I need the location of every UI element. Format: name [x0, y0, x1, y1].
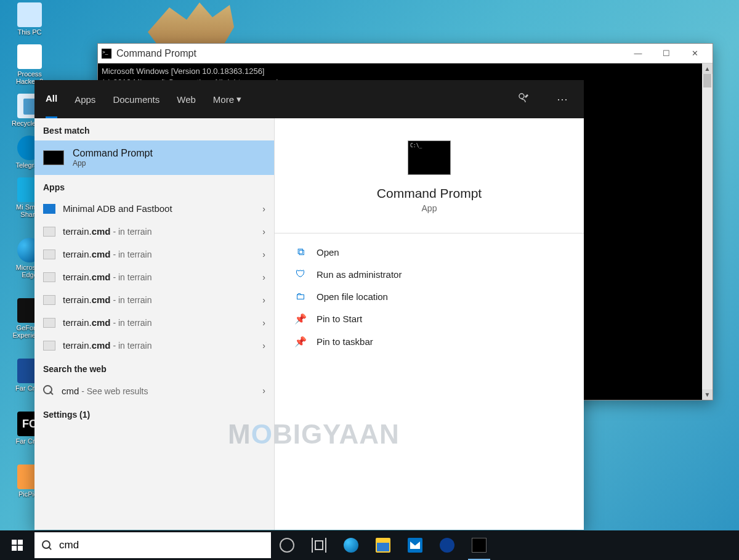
- app-icon: [440, 538, 454, 553]
- cmd-window-title: Command Prompt: [116, 48, 196, 59]
- section-apps: Apps: [34, 175, 274, 197]
- tab-documents[interactable]: Documents: [113, 80, 160, 118]
- app-icon: [43, 204, 55, 214]
- section-best-match: Best match: [34, 118, 274, 140]
- result-label: cmd - See web results: [62, 386, 148, 396]
- section-settings[interactable]: Settings (1): [34, 402, 274, 424]
- taskbar-app-file-explorer[interactable]: [367, 530, 399, 560]
- desktop-icon-this-pc[interactable]: This PC: [5, 2, 54, 36]
- search-icon: [42, 540, 52, 550]
- file-explorer-icon: [376, 538, 390, 553]
- result-app-adb[interactable]: Minimal ADB and Fastboot ›: [34, 197, 274, 220]
- action-label: Open: [317, 247, 339, 258]
- minimize-button[interactable]: —: [624, 44, 652, 63]
- best-match-result[interactable]: Command Prompt App: [34, 140, 274, 175]
- result-label: terrain.cmd - in terrain: [63, 272, 151, 282]
- file-icon: [43, 227, 55, 237]
- result-label: terrain.cmd - in terrain: [63, 340, 151, 351]
- taskbar-search-box[interactable]: [34, 532, 271, 558]
- action-run-as-administrator[interactable]: 🛡 Run as administrator: [289, 263, 569, 285]
- chevron-right-icon: ›: [262, 386, 265, 396]
- mail-icon: [408, 538, 422, 553]
- file-icon: [43, 272, 55, 282]
- action-pin-to-taskbar[interactable]: 📌 Pin to taskbar: [289, 330, 569, 353]
- tab-all[interactable]: All: [46, 80, 57, 118]
- chevron-right-icon: ›: [262, 295, 265, 305]
- result-file-terrain-cmd[interactable]: terrain.cmd - in terrain ›: [34, 334, 274, 357]
- chevron-right-icon: ›: [262, 318, 265, 328]
- chevron-right-icon: ›: [262, 272, 265, 282]
- tab-more[interactable]: More ▾: [213, 94, 241, 105]
- result-file-terrain-cmd[interactable]: terrain.cmd - in terrain ›: [34, 266, 274, 288]
- tab-web[interactable]: Web: [177, 80, 196, 118]
- start-button[interactable]: [0, 530, 34, 560]
- tab-more-label: More: [213, 94, 234, 105]
- action-label: Pin to taskbar: [317, 336, 373, 347]
- svg-rect-1: [12, 540, 17, 545]
- section-search-web: Search the web: [34, 357, 274, 379]
- search-filter-tabs: All Apps Documents Web More ▾ ⋯: [34, 80, 584, 118]
- cmd-titlebar[interactable]: Command Prompt — ☐ ✕: [98, 44, 713, 63]
- search-results-list: Best match Command Prompt App Apps Minim…: [34, 118, 275, 530]
- search-icon: [43, 385, 54, 396]
- result-file-terrain-cmd[interactable]: terrain.cmd - in terrain ›: [34, 220, 274, 243]
- scroll-up-icon[interactable]: [702, 63, 713, 74]
- feedback-icon[interactable]: [512, 92, 535, 107]
- chevron-down-icon: ▾: [236, 94, 241, 105]
- task-view-button[interactable]: [303, 530, 335, 560]
- cmd-window-icon: [102, 49, 111, 59]
- taskbar-app-generic[interactable]: [431, 530, 463, 560]
- result-web-cmd[interactable]: cmd - See web results ›: [34, 379, 274, 402]
- divider: [275, 233, 584, 233]
- file-icon: [43, 318, 55, 328]
- result-label: Minimal ADB and Fastboot: [63, 203, 172, 214]
- start-search-panel: All Apps Documents Web More ▾ ⋯ Best mat…: [34, 80, 584, 530]
- svg-rect-4: [18, 546, 23, 551]
- pin-icon: 📌: [294, 336, 307, 347]
- action-label: Open file location: [317, 291, 388, 302]
- result-file-terrain-cmd[interactable]: terrain.cmd - in terrain ›: [34, 311, 274, 334]
- cortana-icon: [280, 538, 294, 553]
- terminal-icon: [472, 538, 487, 553]
- taskbar-app-command-prompt[interactable]: [463, 530, 495, 560]
- taskbar-app-mail[interactable]: [399, 530, 431, 560]
- preview-title: Command Prompt: [377, 186, 482, 201]
- file-icon: [43, 250, 55, 259]
- chevron-right-icon: ›: [262, 227, 265, 237]
- result-label: terrain.cmd - in terrain: [63, 317, 151, 328]
- result-label: terrain.cmd - in terrain: [63, 249, 151, 259]
- cmd-line: Microsoft Windows [Version 10.0.18363.12…: [102, 66, 709, 77]
- search-preview-pane: Command Prompt App ⧉ Open 🛡 Run as admin…: [275, 118, 584, 530]
- tab-apps[interactable]: Apps: [75, 80, 95, 118]
- action-pin-to-start[interactable]: 📌 Pin to Start: [289, 307, 569, 330]
- best-match-title: Command Prompt: [73, 148, 153, 159]
- file-icon: [43, 341, 55, 351]
- taskbar: [0, 530, 739, 560]
- chevron-right-icon: ›: [262, 250, 265, 259]
- chevron-right-icon: ›: [262, 204, 265, 214]
- action-label: Pin to Start: [317, 314, 362, 324]
- svg-rect-2: [18, 540, 23, 545]
- preview-actions: ⧉ Open 🛡 Run as administrator 🗀 Open fil…: [275, 238, 584, 355]
- result-file-terrain-cmd[interactable]: terrain.cmd - in terrain ›: [34, 243, 274, 266]
- result-file-terrain-cmd[interactable]: terrain.cmd - in terrain ›: [34, 288, 274, 311]
- command-prompt-icon: [43, 150, 64, 165]
- close-button[interactable]: ✕: [680, 44, 709, 63]
- action-open-file-location[interactable]: 🗀 Open file location: [289, 285, 569, 307]
- best-match-subtitle: App: [73, 159, 153, 168]
- taskbar-app-edge[interactable]: [335, 530, 367, 560]
- scroll-thumb[interactable]: [703, 74, 711, 87]
- taskbar-search-input[interactable]: [58, 538, 264, 552]
- cortana-button[interactable]: [271, 530, 303, 560]
- maximize-button[interactable]: ☐: [652, 44, 680, 63]
- file-icon: [43, 295, 55, 305]
- more-options-icon[interactable]: ⋯: [552, 92, 573, 106]
- svg-rect-3: [12, 546, 17, 551]
- open-icon: ⧉: [294, 246, 307, 258]
- cmd-scrollbar[interactable]: [702, 63, 713, 400]
- desktop-icon-process-hacker[interactable]: Process Hacker 2: [5, 44, 54, 85]
- result-label: terrain.cmd - in terrain: [63, 294, 151, 305]
- scroll-down-icon[interactable]: [702, 389, 713, 400]
- action-open[interactable]: ⧉ Open: [289, 241, 569, 263]
- pin-icon: 📌: [294, 313, 307, 325]
